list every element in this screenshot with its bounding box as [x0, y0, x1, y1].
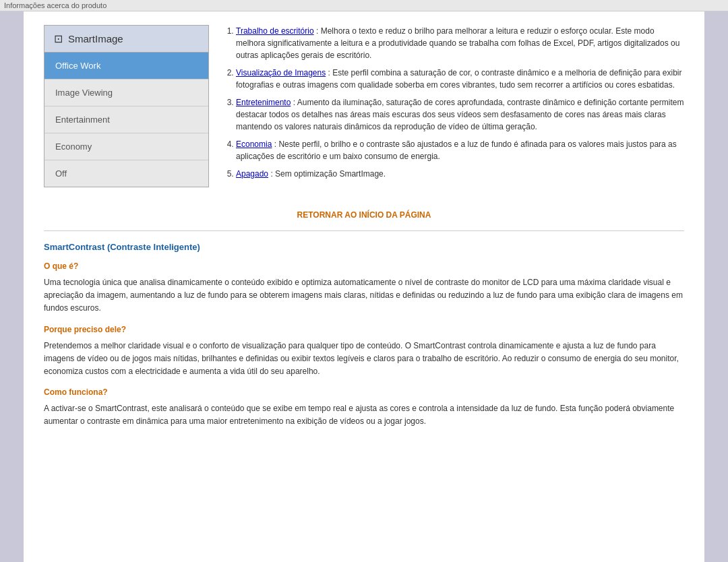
- list-item: Trabalho de escritório : Melhora o texto…: [236, 25, 684, 61]
- menu-item-image-viewing[interactable]: Image Viewing: [44, 80, 208, 106]
- what-is-it-body: Uma tecnologia única que analisa dinamic…: [44, 276, 684, 315]
- list-item: Visualização de Imagens : Este perfil co…: [236, 67, 684, 91]
- section-divider: [44, 230, 684, 231]
- list-item: Apagado : Sem optimização SmartImage.: [236, 168, 684, 180]
- list-item-2-link[interactable]: Entretenimento: [236, 98, 291, 107]
- smartimage-header: ⊡ SmartImage: [44, 26, 208, 53]
- menu-item-off[interactable]: Off: [44, 160, 208, 187]
- smartcontrast-section: SmartContrast (Contraste Inteligente) O …: [44, 242, 684, 429]
- menu-item-entertainment[interactable]: Entertainment: [44, 106, 208, 133]
- list-item-3-link[interactable]: Economia: [236, 139, 272, 149]
- left-panel: [0, 11, 24, 562]
- how-it-works-subheading: Como funciona?: [44, 387, 684, 397]
- list-item-1-link[interactable]: Visualização de Imagens: [236, 68, 326, 77]
- feature-list-section: Trabalho de escritório : Melhora o texto…: [222, 25, 684, 191]
- content-block: ⊡ SmartImage Office Work Image Viewing E…: [44, 25, 684, 201]
- list-item: Economia : Neste perfil, o brilho e o co…: [236, 138, 684, 162]
- smartimage-menu: ⊡ SmartImage Office Work Image Viewing E…: [44, 25, 209, 187]
- return-to-top-link[interactable]: RETORNAR AO INÍCIO DA PÁGINA: [44, 210, 684, 220]
- smartcontrast-heading: SmartContrast (Contraste Inteligente): [44, 242, 684, 252]
- menu-item-office-work[interactable]: Office Work: [44, 53, 208, 80]
- list-item: Entretenimento : Aumento da iluminação, …: [236, 96, 684, 133]
- right-panel: [704, 11, 728, 562]
- why-need-it-subheading: Porque preciso dele?: [44, 325, 684, 334]
- list-item-4-link[interactable]: Apagado: [236, 169, 268, 179]
- list-item-3-body: : Neste perfil, o brilho e o contraste s…: [236, 139, 677, 161]
- top-bar-text: Informações acerca do produto: [4, 1, 107, 9]
- how-it-works-body: A activar-se o SmartContrast, este anali…: [44, 402, 684, 428]
- feature-list: Trabalho de escritório : Melhora o texto…: [236, 25, 684, 180]
- list-item-0-link[interactable]: Trabalho de escritório: [236, 26, 314, 36]
- top-bar: Informações acerca do produto: [0, 0, 728, 11]
- smartimage-icon: ⊡: [54, 32, 63, 45]
- list-item-4-body: : Sem optimização SmartImage.: [270, 169, 386, 179]
- what-is-it-subheading: O que é?: [44, 261, 684, 271]
- menu-item-economy[interactable]: Economy: [44, 133, 208, 160]
- smartimage-title: SmartImage: [68, 33, 123, 44]
- main-content: ⊡ SmartImage Office Work Image Viewing E…: [24, 11, 704, 562]
- list-item-2-body: : Aumento da iluminação, saturação de co…: [236, 98, 684, 131]
- why-need-it-body: Pretendemos a melhor claridade visual e …: [44, 340, 684, 379]
